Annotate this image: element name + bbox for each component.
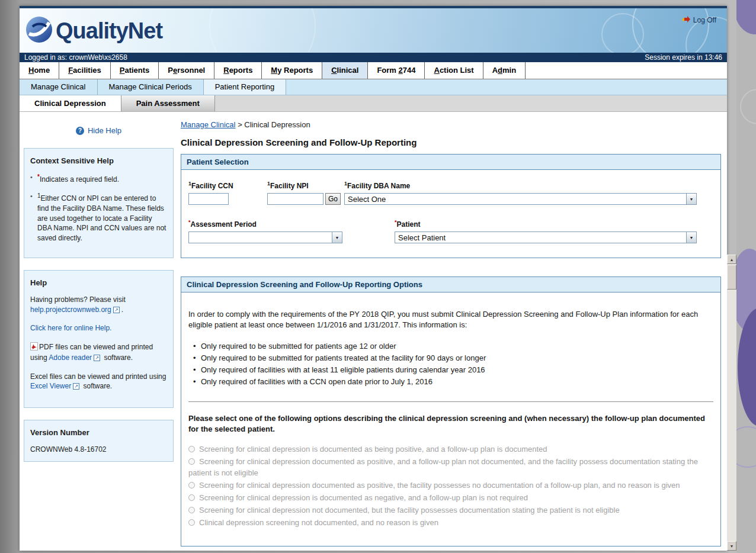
scrollbar-thumb[interactable] — [727, 265, 736, 290]
facility-dba-select[interactable]: Select One ▼ — [344, 193, 697, 205]
version-value: CROWNWeb 4.8-16702 — [30, 445, 167, 455]
decorative-swirl-band — [736, 0, 756, 553]
external-link-icon: ↗ — [113, 307, 120, 313]
requirement-item: •Only required of facilities with a CCN … — [192, 376, 713, 388]
patient-selection-body: 1Facility CCN 1Facility NPI Go — [181, 170, 720, 258]
bullet-icon: • — [192, 340, 201, 352]
excel-help-text: Excel files can be viewed and printed us… — [30, 372, 167, 391]
browser-viewport: QualityNet Log Off Logged in as: crownWe… — [0, 0, 756, 553]
screening-option-4[interactable]: Screening for clinical depression is doc… — [188, 492, 713, 503]
log-off-label: Log Off — [693, 16, 716, 24]
facility-ccn-input[interactable] — [188, 193, 229, 205]
breadcrumb-separator: > — [238, 120, 242, 129]
nav-tab-clinical[interactable]: Clinical — [322, 62, 368, 79]
reporting-options-header: Clinical Depression Screening and Follow… — [181, 277, 720, 292]
help-note-ccn-npi: • 1Either CCN or NPI can be entered to f… — [30, 192, 167, 243]
nav-tab-patients[interactable]: Patients — [111, 62, 159, 79]
nav-tab-home[interactable]: Home — [20, 62, 59, 79]
radio-icon — [188, 458, 195, 465]
subnav-patient-reporting[interactable]: Patient Reporting — [204, 79, 286, 95]
external-link-icon: ↗ — [94, 355, 100, 361]
scroll-down-button[interactable]: ▼ — [727, 541, 736, 551]
assessment-tab-row: Clinical Depression Pain Assessment — [20, 95, 727, 112]
context-help-title: Context Sensitive Help — [30, 156, 167, 166]
radio-icon — [188, 519, 195, 526]
assessment-period-field: *Assessment Period ▼ — [188, 219, 395, 243]
version-number-box: Version Number CROWNWeb 4.8-16702 — [24, 420, 174, 462]
page-title: Clinical Depression Screening and Follow… — [181, 137, 721, 147]
dropdown-arrow-icon: ▼ — [332, 232, 342, 243]
online-help-link[interactable]: Click here for online Help. — [30, 324, 111, 332]
crownweb-application: QualityNet Log Off Logged in as: crownWe… — [20, 6, 727, 551]
help-site-link[interactable]: help.projectcrownweb.org — [30, 306, 111, 314]
adobe-reader-link[interactable]: Adobe reader — [49, 353, 92, 362]
online-help-text: Click here for online Help. — [30, 323, 167, 333]
help-problems-text: Having problems? Please visit help.proje… — [30, 295, 167, 314]
screening-options-list: Screening for clinical depression is doc… — [188, 443, 713, 528]
page-content: ? Hide Help Context Sensitive Help • *In… — [20, 112, 727, 551]
reporting-options-body: In order to comply with the requirements… — [181, 292, 720, 546]
assessment-period-value — [189, 232, 332, 243]
go-button[interactable]: Go — [325, 193, 341, 205]
patient-field: *Patient Select Patient ▼ — [395, 219, 713, 243]
help-note-required: • *Indicates a required field. — [30, 173, 167, 185]
nav-tab-facilities[interactable]: Facilities — [59, 62, 111, 79]
bullet-icon: • — [30, 173, 37, 185]
tab-pain-assessment[interactable]: Pain Assessment — [121, 95, 215, 111]
patient-selection-panel: Patient Selection 1Facility CCN 1Facilit… — [181, 154, 721, 258]
pdf-icon — [30, 342, 38, 353]
help-icon: ? — [76, 127, 84, 135]
breadcrumb-current: Clinical Depression — [244, 120, 310, 129]
breadcrumb: Manage Clinical > Clinical Depression — [181, 120, 721, 129]
patient-select[interactable]: Select Patient ▼ — [395, 232, 697, 243]
patient-selection-header: Patient Selection — [181, 155, 720, 170]
nav-tab-admin[interactable]: Admin — [483, 62, 526, 79]
nav-tab-form-2744[interactable]: Form 2744 — [368, 62, 425, 79]
reporting-options-panel: Clinical Depression Screening and Follow… — [181, 276, 721, 546]
facility-dba-field: 1Facility DBA Name Select One ▼ — [344, 181, 713, 205]
assessment-period-select[interactable]: ▼ — [188, 232, 342, 243]
external-link-icon: ↗ — [73, 383, 79, 390]
hide-help-link[interactable]: ? Hide Help — [24, 126, 174, 135]
main-panel: Manage Clinical > Clinical Depression Cl… — [181, 117, 721, 551]
decorative-circle — [209, 8, 316, 53]
option-prompt-text: Please select one of the following optio… — [188, 413, 713, 435]
scroll-up-button[interactable]: ▲ — [727, 255, 736, 264]
main-navigation: Home Facilities Patients Personnel Repor… — [20, 62, 727, 79]
decorative-circle — [740, 89, 756, 124]
qualitynet-logo: QualityNet — [24, 15, 162, 47]
bullet-icon: • — [192, 352, 201, 364]
pdf-help-text: PDF files can be viewed and printed usin… — [30, 342, 167, 363]
patient-label: *Patient — [395, 219, 697, 229]
nav-tab-personnel[interactable]: Personnel — [159, 62, 214, 79]
requirements-list: •Only required to be submitted for patie… — [192, 340, 713, 388]
subnav-manage-clinical[interactable]: Manage Clinical — [20, 79, 98, 95]
decorative-circle — [736, 426, 756, 468]
nav-tab-my-reports[interactable]: My Reports — [262, 62, 322, 79]
nav-tab-action-list[interactable]: Action List — [425, 62, 483, 79]
facility-dba-label: 1Facility DBA Name — [344, 181, 697, 190]
screening-option-1[interactable]: Screening for clinical depression is doc… — [188, 443, 713, 455]
qip-intro-text: In order to comply with the requirements… — [188, 309, 713, 330]
screening-option-5[interactable]: Screening for clinical depression not do… — [188, 504, 713, 516]
screening-option-3[interactable]: Screening for clinical depression docume… — [188, 480, 713, 491]
subnav-manage-clinical-periods[interactable]: Manage Clinical Periods — [98, 79, 204, 95]
logged-in-as: Logged in as: crownWeb\xs2658 — [24, 53, 127, 62]
tab-clinical-depression[interactable]: Clinical Depression — [20, 95, 121, 111]
screening-option-6[interactable]: Clinical depression screening not docume… — [188, 517, 713, 528]
section-divider — [188, 401, 713, 402]
facility-npi-input[interactable] — [267, 193, 323, 205]
vertical-scrollbar[interactable]: ▲ ▼ — [727, 255, 736, 551]
nav-tab-reports[interactable]: Reports — [214, 62, 262, 79]
breadcrumb-manage-clinical-link[interactable]: Manage Clinical — [181, 120, 236, 129]
facility-ccn-field: 1Facility CCN — [188, 181, 267, 205]
bullet-icon: • — [30, 192, 37, 243]
screening-option-2[interactable]: Screening for clinical depression docume… — [188, 456, 713, 478]
radio-icon — [188, 482, 195, 488]
session-expires: Session expires in 13:46 — [645, 53, 722, 62]
log-off-button[interactable]: Log Off — [682, 16, 716, 24]
dropdown-arrow-icon: ▼ — [686, 232, 696, 243]
excel-viewer-link[interactable]: Excel Viewer — [30, 382, 71, 390]
decorative-circle — [601, 13, 644, 53]
clinical-sub-navigation: Manage Clinical Manage Clinical Periods … — [20, 79, 727, 95]
